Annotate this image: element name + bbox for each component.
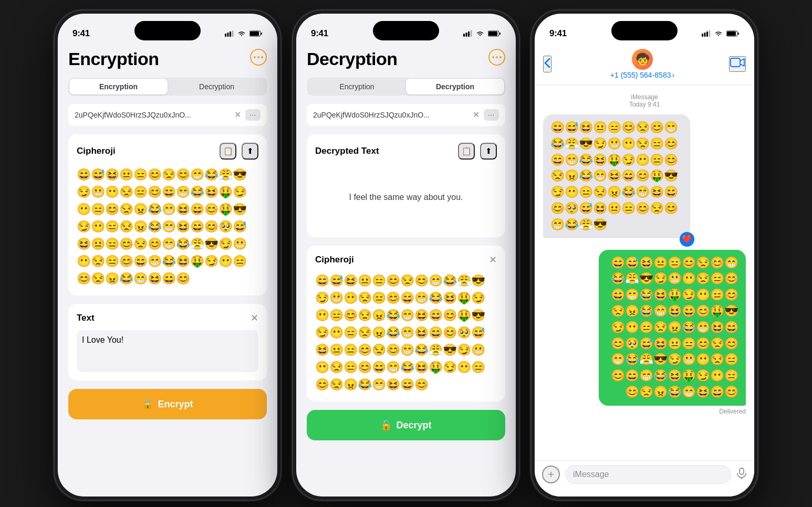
cipheroji-clear-button-2[interactable]: ✕ (489, 254, 497, 266)
status-time-1: 9:41 (72, 28, 90, 39)
decrypted-text: I feel the same way about you. (315, 166, 497, 229)
message-delivered-status: Delivered (543, 408, 746, 415)
wifi-icon-3 (714, 30, 723, 37)
messages-video-call-button[interactable] (729, 56, 746, 72)
key-more-button-1[interactable]: ··· (245, 109, 261, 121)
svg-rect-9 (468, 31, 470, 37)
signal-icon-1 (225, 30, 234, 37)
cipheroji-copy-button-1[interactable]: 📋 (220, 143, 236, 160)
segmented-control-2: Encryption Decryption (307, 78, 505, 96)
key-more-button-2[interactable]: ··· (484, 109, 499, 121)
wifi-icon-2 (476, 30, 484, 37)
cipheroji-actions-1: 📋 ⬆ (220, 143, 258, 160)
dynamic-island-3 (611, 21, 678, 40)
text-section-title-1: Text (77, 313, 95, 323)
status-time-3: 9:41 (549, 28, 567, 39)
cipheroji-card-1: Cipheroji 📋 ⬆ 😄😅😆😐😑😊😒😊😁😂😤😎😏😬😶😒😑😊😄😁😂😆🤑😏😶😑… (68, 134, 267, 295)
sent-emojis: 😄😅😆😐😑😊😒😊😁😂😤😎😏😬😶😒😑😊😄😁😂😆🤑😏😶😑😊😒😠😂😁😆😄😊🤑😎😏😶😑😒… (611, 256, 738, 398)
contact-phone-number: +1 (555) 564-8583 (610, 71, 671, 79)
svg-rect-1 (227, 33, 229, 37)
encrypt-button-label: Encrypt (158, 399, 193, 410)
messages-list: iMessage Today 9:41 😄😅😆😐😑😊😒😊😁😂😤😎😏😬😶😒😑😊😄😁… (535, 85, 754, 497)
svg-rect-19 (727, 31, 736, 36)
svg-rect-14 (702, 34, 703, 37)
phone-encryption: 9:41 (55, 10, 280, 500)
signal-icon-2 (463, 30, 472, 37)
messages-nav-header: 🧒 +1 (555) 564-8583 › (535, 45, 754, 85)
text-input-1[interactable]: I Love You! (77, 330, 258, 372)
message-add-button[interactable]: + (542, 466, 560, 483)
decrypt-button[interactable]: 🔓 Decrypt (307, 410, 505, 440)
contact-name-row[interactable]: +1 (555) 564-8583 › (610, 71, 674, 79)
battery-icon-1 (249, 30, 263, 37)
sent-message-wrapper: 😄😅😆😐😑😊😒😊😁😂😤😎😏😬😶😒😑😊😄😁😂😆🤑😏😶😑😊😒😠😂😁😆😄😊🤑😎😏😶😑😒… (543, 250, 746, 406)
received-message-bubble: 😄😅😆😐😑😊😒😊😁😂😤😎😏😬😶😒😑😊😄😁😂😆🤑😏😶😑😊😒😠😂😁😆😄😊🤑😎😏😶😑😒… (543, 114, 690, 238)
encrypt-lock-icon: 🔒 (142, 398, 153, 410)
video-icon (730, 57, 745, 68)
more-menu-button-2[interactable] (488, 49, 505, 66)
svg-rect-22 (740, 468, 744, 474)
mic-icon (736, 468, 747, 479)
cipheroji-card-header-2: Cipheroji ✕ (315, 254, 497, 266)
decrypted-title: Decrypted Text (315, 146, 379, 156)
signal-icon-3 (702, 30, 711, 37)
svg-rect-7 (463, 34, 465, 37)
phone-screen-messages: 9:41 (535, 14, 754, 497)
message-mic-button[interactable] (736, 468, 747, 482)
svg-rect-3 (232, 30, 234, 37)
more-dots-icon-1 (254, 56, 263, 58)
wifi-icon-1 (237, 30, 246, 37)
svg-rect-16 (706, 31, 708, 37)
more-dots-icon-2 (492, 56, 502, 58)
decrypted-actions: 📋 ⬆ (458, 143, 497, 160)
key-field-1: 2uPQeKjfWdoS0HrzSJQzu0xJnO... ✕ ··· (68, 104, 267, 126)
contact-chevron-icon: › (672, 71, 674, 79)
cipheroji-emojis-1: 😄😅😆😐😑😊😒😊😁😂😤😎😏😬😶😒😑😊😄😁😂😆🤑😏😶😑😊😒😠😂😁😆😄😊🤑😎😏😶😑😒… (77, 166, 258, 287)
cipheroji-card-header-1: Cipheroji 📋 ⬆ (77, 143, 258, 160)
decrypted-copy-button[interactable]: 📋 (458, 143, 475, 160)
cipheroji-emojis-2: 😄😅😆😐😑😊😒😊😁😂😤😎😏😬😶😒😑😊😄😁😂😆🤑😏😶😑😊😒😠😂😁😆😄😊🤑😎😏😶😑😒… (315, 272, 497, 393)
seg-encryption-tab-2[interactable]: Encryption (308, 79, 406, 94)
encrypt-button[interactable]: 🔒 Encrypt (68, 389, 267, 419)
svg-rect-17 (709, 30, 711, 37)
dynamic-island-1 (134, 21, 201, 40)
text-clear-button-1[interactable]: ✕ (251, 312, 258, 324)
svg-rect-21 (731, 58, 740, 67)
message-text-input[interactable]: iMessage (565, 465, 731, 484)
svg-rect-8 (466, 33, 467, 37)
status-time-2: 9:41 (311, 28, 328, 39)
key-clear-button-2[interactable]: ✕ (473, 111, 480, 119)
decryption-screen-content: Decryption Encryption Decryption 2uPQeKj… (296, 45, 516, 497)
decrypted-share-button[interactable]: ⬆ (480, 143, 497, 160)
cipheroji-title-2: Cipheroji (315, 255, 354, 265)
decryption-app-header: Decryption (307, 45, 505, 78)
svg-rect-13 (499, 33, 501, 35)
cipheroji-share-button-1[interactable]: ⬆ (242, 143, 258, 160)
decrypt-button-label: Decrypt (396, 420, 431, 431)
messages-contact-info: 🧒 +1 (555) 564-8583 › (556, 49, 729, 79)
more-menu-button-1[interactable] (250, 49, 267, 66)
battery-icon-2 (488, 30, 501, 37)
status-icons-3 (702, 30, 740, 37)
message-reaction-badge: ❤️ (680, 232, 694, 247)
seg-decryption-tab-1[interactable]: Decryption (168, 79, 266, 94)
encryption-app-header: Encryption (68, 45, 267, 78)
decrypted-card: Decrypted Text 📋 ⬆ I feel the same way a… (307, 134, 505, 237)
svg-rect-12 (488, 31, 497, 36)
text-card-header-1: Text ✕ (77, 312, 258, 324)
messages-back-button[interactable] (543, 56, 551, 72)
phone-decryption: 9:41 (293, 10, 519, 500)
svg-rect-10 (471, 30, 472, 37)
key-clear-button-1[interactable]: ✕ (234, 111, 241, 119)
phone-screen-decryption: 9:41 (296, 14, 516, 497)
decrypt-lock-icon: 🔓 (380, 419, 392, 431)
message-input-bar: + iMessage (535, 460, 754, 497)
dynamic-island-2 (373, 21, 439, 40)
phone-screen-encryption: 9:41 (58, 14, 277, 497)
phone-messages: 9:41 (532, 10, 757, 500)
seg-encryption-tab-1[interactable]: Encryption (69, 79, 168, 94)
message-timestamp: iMessage Today 9:41 (543, 93, 746, 108)
svg-rect-2 (230, 31, 231, 37)
seg-decryption-tab-2[interactable]: Decryption (406, 79, 504, 94)
encryption-screen-content: Encryption Encryption Decryption 2uPQeKj… (58, 45, 277, 497)
